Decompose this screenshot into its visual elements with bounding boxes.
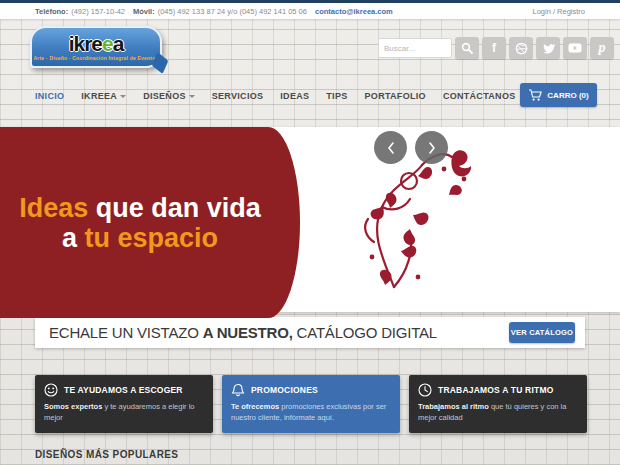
youtube-button[interactable]: [563, 37, 587, 59]
nav-item-inicio[interactable]: INICIO: [35, 91, 64, 101]
slider-next-button[interactable]: [415, 131, 448, 164]
feature-body: Somos expertos y te ayudaremos a elegir …: [44, 402, 204, 423]
phone-number: (492) 157-10-42: [71, 7, 125, 16]
feature-boxes: TE AYUDAMOS A ESCOGER Somos expertos y t…: [35, 375, 587, 433]
nav-item-ikreea[interactable]: IKREEA: [81, 91, 126, 101]
floral-ornament: [352, 137, 487, 297]
cart-button[interactable]: CARRO (0): [520, 83, 597, 107]
feature-body: Trabajamos al ritmo que tú quieres y con…: [418, 402, 578, 423]
nav-item-servicios[interactable]: SERVICIOS: [212, 91, 264, 101]
feature-title: TE AYUDAMOS A ESCOGER: [64, 385, 183, 395]
clock-icon: [418, 383, 432, 397]
nav-item-disenos[interactable]: DISEÑOS: [143, 91, 195, 101]
feature-title: TRABAJAMOS A TU RITMO: [438, 385, 553, 395]
nav-item-contactanos[interactable]: CONTÁCTANOS: [443, 91, 516, 101]
ikreea-logo[interactable]: ikreea Arte · Diseño · Coordinación Inte…: [30, 26, 162, 68]
search-button[interactable]: [455, 37, 479, 59]
hero-line-2: a tu espacio: [62, 223, 218, 253]
twitter-button[interactable]: [536, 37, 560, 59]
chevron-right-icon: [426, 141, 438, 155]
dribbble-button[interactable]: [509, 37, 533, 59]
smiley-icon: [44, 383, 58, 397]
twitter-bird-icon: [542, 43, 555, 54]
mobile-label: Móvil:: [133, 7, 155, 16]
feature-title: PROMOCIONES: [251, 385, 318, 395]
facebook-button[interactable]: f: [482, 37, 506, 59]
logo-green-e: e: [102, 32, 113, 55]
feature-box-ritmo[interactable]: TRABAJAMOS A TU RITMO Trabajamos al ritm…: [409, 375, 587, 433]
pinterest-icon: p: [599, 41, 606, 55]
view-catalog-button[interactable]: VER CATÁLOGO: [509, 322, 575, 343]
chevron-down-icon: [120, 95, 126, 98]
catalog-banner: ECHALE UN VISTAZO A NUESTRO, CATÁLOGO DI…: [35, 317, 585, 348]
logo-wordmark: ikreea: [69, 34, 124, 54]
pinterest-button[interactable]: p: [590, 37, 614, 59]
nav-item-portafolio[interactable]: PORTAFOLIO: [365, 91, 426, 101]
hero-line-1: Ideas que dan vida: [19, 193, 261, 223]
feature-body: Te ofrecemos promociones exclusivas por …: [231, 402, 391, 423]
search-input[interactable]: [378, 38, 452, 58]
chevron-down-icon: [189, 95, 195, 98]
top-contact-bar: Teléfono: (492) 157-10-42 Móvil: (045) 4…: [0, 3, 620, 19]
dribbble-icon: [515, 42, 528, 55]
mobile-number: (045) 492 133 87 24 y/o (045) 492 141 05…: [158, 7, 307, 16]
search-icon: [461, 42, 473, 54]
logo-tagline: Arte · Diseño · Coordinación Integral de…: [34, 55, 159, 61]
cart-icon: [528, 89, 542, 102]
cart-label: CARRO (0): [547, 91, 588, 100]
ikreea-homepage: Teléfono: (492) 157-10-42 Móvil: (045) 4…: [0, 0, 620, 465]
feature-box-promociones[interactable]: PROMOCIONES Te ofrecemos promociones exc…: [222, 375, 400, 433]
facebook-icon: f: [492, 42, 496, 54]
section-title-disenos-populares: DISEÑOS MÁS POPULARES: [35, 449, 178, 460]
bell-icon: [231, 383, 245, 397]
main-nav: INICIO IKREEA DISEÑOS SERVICIOS IDEAS TI…: [35, 86, 516, 106]
youtube-icon: [568, 43, 582, 53]
chevron-left-icon: [385, 141, 397, 155]
hero-red-panel: Ideas que dan vida a tu espacio: [0, 127, 300, 318]
catalog-text: ECHALE UN VISTAZO A NUESTRO, CATÁLOGO DI…: [49, 324, 437, 341]
phone-label: Teléfono:: [35, 7, 68, 16]
nav-item-ideas[interactable]: IDEAS: [280, 91, 309, 101]
hero-slider: Ideas que dan vida a tu espacio: [0, 127, 620, 312]
slider-prev-button[interactable]: [374, 131, 407, 164]
feature-box-escoger[interactable]: TE AYUDAMOS A ESCOGER Somos expertos y t…: [35, 375, 213, 433]
nav-item-tips[interactable]: TIPS: [326, 91, 347, 101]
login-register-link[interactable]: Login / Registro: [532, 7, 585, 16]
contact-email-link[interactable]: contacto@ikreea.com: [315, 7, 393, 16]
